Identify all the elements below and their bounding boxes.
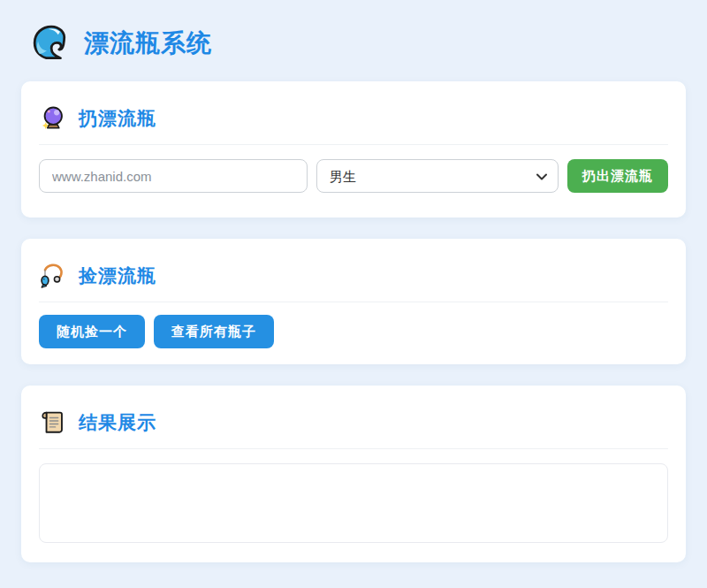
throw-bottle-button[interactable]: 扔出漂流瓶 (567, 159, 668, 193)
pick-buttons-row: 随机捡一个 查看所有瓶子 (39, 315, 668, 348)
fishing-pole-icon (39, 262, 66, 289)
pick-card-title: 捡漂流瓶 (79, 263, 156, 289)
scroll-icon (39, 409, 66, 436)
throw-card-title: 扔漂流瓶 (79, 105, 156, 132)
result-card-title: 结果展示 (79, 409, 156, 436)
throw-card-header: 扔漂流瓶 (39, 104, 668, 145)
page-title: 漂流瓶系统 (84, 27, 212, 60)
result-card-header: 结果展示 (39, 409, 668, 449)
throw-form-row: 男生 扔出漂流瓶 (39, 159, 668, 193)
pick-bottle-card: 捡漂流瓶 随机捡一个 查看所有瓶子 (21, 239, 686, 364)
app-header: 漂流瓶系统 (30, 23, 686, 64)
result-card: 结果展示 (21, 386, 686, 562)
crystal-ball-icon (39, 104, 66, 132)
pick-card-header: 捡漂流瓶 (39, 262, 668, 302)
gender-select[interactable]: 男生 (316, 159, 559, 193)
random-pick-button[interactable]: 随机捡一个 (39, 315, 145, 348)
bottle-content-input[interactable] (39, 159, 308, 193)
result-display-box (39, 463, 668, 543)
view-all-bottles-button[interactable]: 查看所有瓶子 (154, 315, 274, 348)
gender-select-wrap: 男生 (316, 159, 559, 193)
wave-icon (30, 23, 71, 64)
throw-bottle-card: 扔漂流瓶 男生 扔出漂流瓶 (21, 81, 686, 218)
